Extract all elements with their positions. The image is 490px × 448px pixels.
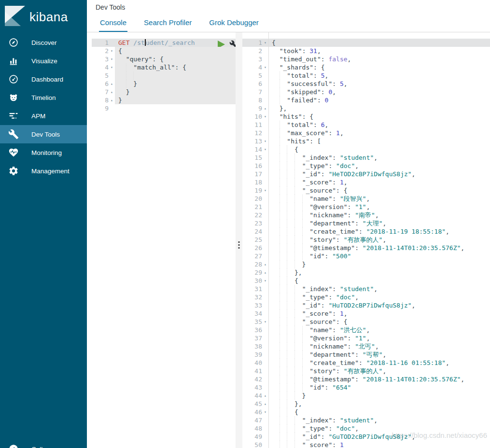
response-line: 3 "timed_out": false, (242, 55, 490, 63)
sidebar-item-dashboard[interactable]: Dashboard (0, 70, 87, 88)
code-line-content: "took": 31, (268, 47, 490, 55)
fold-toggle-icon[interactable]: ▾ (262, 137, 268, 145)
sidebar-item-visualize[interactable]: Visualize (0, 52, 87, 70)
fold-toggle-icon[interactable]: ▾ (262, 145, 268, 154)
console-panels: 1GET /student/_search2▾{3▾ "query": {4▾ … (87, 32, 490, 448)
sidebar: kibana DiscoverVisualizeDashboardTimelio… (0, 0, 87, 448)
indent-guide (280, 252, 280, 260)
line-number: 24 (254, 227, 262, 236)
code-line-content: "max_score": 1, (268, 129, 490, 137)
fold-toggle-icon[interactable]: ▴ (262, 260, 268, 268)
gutter-cell: 9▴ (242, 104, 268, 112)
indent-guide (287, 293, 287, 301)
fold-toggle-icon[interactable]: ▾ (262, 112, 268, 121)
fold-toggle-icon[interactable]: ▾ (262, 39, 268, 47)
indent-guide (287, 244, 287, 252)
tab-search-profiler[interactable]: Search Profiler (143, 15, 193, 32)
fold-toggle-icon[interactable]: ▴ (109, 80, 115, 88)
fold-toggle-icon[interactable]: ▾ (262, 277, 268, 285)
response-line: 42 "@timestamp": "2018-11-14T01:20:35.57… (242, 375, 490, 383)
fold-toggle-icon[interactable]: ▾ (262, 318, 268, 326)
response-editor[interactable]: https://blog.csdn.net/xiaocy66 1▾{2 "too… (242, 32, 490, 448)
response-line: 10▾ "hits": { (242, 112, 490, 121)
fold-toggle-icon[interactable]: ▴ (109, 88, 115, 96)
code-line-content: "@version": "1", (268, 334, 490, 342)
line-number: 7 (105, 88, 109, 96)
request-editor[interactable]: 1GET /student/_search2▾{3▾ "query": {4▾ … (92, 32, 236, 448)
line-number: 5 (258, 71, 262, 80)
line-number: 5 (105, 71, 109, 80)
code-line-content: "@version": "1", (268, 203, 490, 211)
fold-toggle-icon[interactable]: ▾ (262, 63, 268, 71)
indent-guide (280, 211, 280, 219)
code-line-content (115, 71, 236, 80)
indent-guide (280, 178, 280, 186)
gutter-cell: 42 (242, 375, 268, 383)
gutter-cell: 17 (242, 170, 268, 178)
fold-toggle-icon[interactable]: ▴ (262, 104, 268, 112)
panel-resizer[interactable] (236, 32, 242, 448)
indent-guide (287, 424, 287, 433)
fold-toggle-icon[interactable]: ▾ (262, 408, 268, 416)
compass-icon (8, 37, 19, 48)
sidebar-item-monitoring[interactable]: Monitoring (0, 143, 87, 162)
code-line-content: "_score": 1, (268, 178, 490, 186)
indent-guide (280, 244, 280, 252)
indent-guide (280, 71, 280, 80)
request-line: 9 (92, 104, 236, 112)
code-line-content: { (268, 277, 490, 285)
indent-guide (280, 80, 280, 88)
indent-guide (280, 268, 280, 277)
fold-toggle-icon[interactable]: ▴ (262, 400, 268, 408)
code-line-content: }, (268, 400, 490, 408)
indent-guide (294, 244, 295, 252)
line-number: 22 (254, 211, 262, 219)
indent-guide (302, 350, 303, 359)
kibana-logo[interactable]: kibana (0, 0, 87, 28)
code-line-content: }, (268, 104, 490, 112)
tab-console[interactable]: Console (99, 15, 127, 32)
indent-guide (302, 334, 303, 342)
indent-guide (294, 367, 295, 375)
sidebar-item-apm[interactable]: APM (0, 107, 87, 125)
request-line: 6▴ } (92, 80, 236, 88)
indent-guide (302, 342, 303, 350)
fold-toggle-icon[interactable]: ▴ (109, 96, 115, 104)
fold-toggle-icon[interactable]: ▾ (109, 63, 115, 71)
response-line: 6 "successful": 5, (242, 80, 490, 88)
gutter-cell: 39 (242, 350, 268, 359)
line-number: 6 (105, 80, 109, 88)
gauge-icon (8, 74, 19, 84)
sidebar-item-management[interactable]: Management (0, 162, 87, 180)
fold-toggle-icon[interactable]: ▴ (262, 392, 268, 400)
code-line-content: { (268, 39, 490, 47)
sidebar-item-label: Discover (31, 39, 57, 46)
indent-guide (294, 211, 295, 219)
indent-guide (280, 154, 280, 162)
response-line: 50 "_score": 1 (242, 441, 490, 448)
tab-grok-debugger[interactable]: Grok Debugger (208, 15, 260, 32)
sidebar-item-dev-tools[interactable]: Dev Tools (0, 125, 87, 143)
sidebar-item-timelion[interactable]: Timelion (0, 88, 87, 107)
fold-toggle-icon[interactable]: ▾ (262, 186, 268, 195)
gutter-cell: 6▴ (92, 80, 115, 88)
gutter-cell: 34 (242, 309, 268, 318)
sidebar-item-discover[interactable]: Discover (0, 33, 87, 52)
gutter-cell: 20 (242, 195, 268, 203)
response-line: 38 "nickname": "北丐", (242, 342, 490, 350)
indent-guide (133, 71, 134, 80)
code-line-content: "successful": 5, (268, 80, 490, 88)
line-number: 26 (254, 244, 262, 252)
fold-toggle-icon[interactable]: ▾ (109, 47, 115, 55)
code-line-content: "create_time": "2018-11-19 18:55:18", (268, 227, 490, 236)
indent-guide (280, 416, 280, 424)
fold-toggle-icon[interactable]: ▾ (109, 55, 115, 63)
response-line: 36 "name": "洪七公", (242, 326, 490, 334)
indent-guide (287, 392, 287, 400)
code-line-content: "_id": "HeTOD2cBP7iDwfquS8jz", (268, 170, 490, 178)
fold-toggle-icon[interactable]: ▴ (262, 268, 268, 277)
line-number: 49 (254, 433, 262, 441)
collapse-button[interactable]: Collapse (0, 440, 87, 448)
code-line-content: } (268, 260, 490, 268)
indent-guide (287, 309, 287, 318)
